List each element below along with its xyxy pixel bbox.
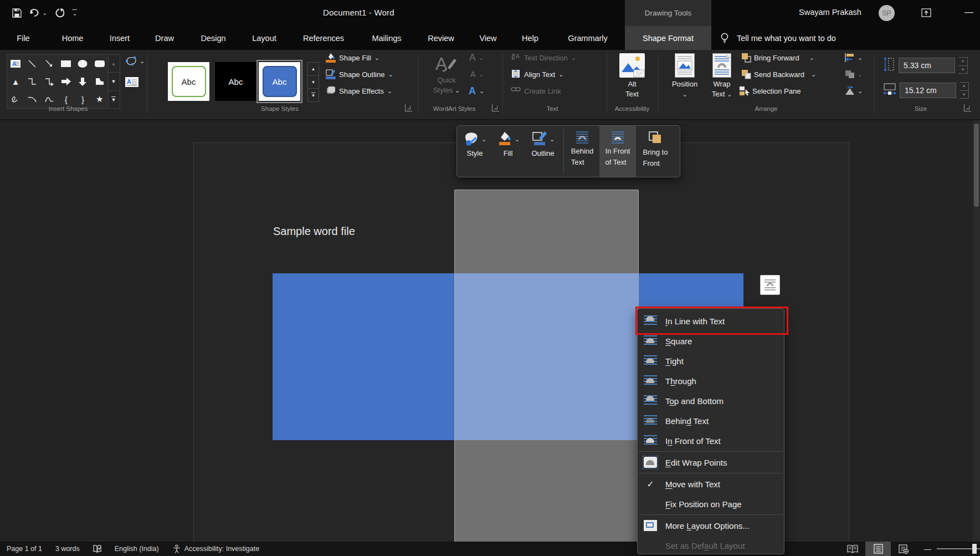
- style-scroll-up-icon[interactable]: ▲: [308, 63, 319, 75]
- menu-item-in-front-of-text[interactable]: In Front of Text: [638, 431, 784, 451]
- tab-shape-format[interactable]: Shape Format: [625, 26, 711, 50]
- menu-item-fix-position-on-page[interactable]: Fix Position on Page: [638, 494, 784, 514]
- textbox-shape-icon[interactable]: A: [7, 55, 24, 73]
- size-dialog-launcher-icon[interactable]: [964, 104, 971, 111]
- tab-review[interactable]: Review: [424, 26, 458, 50]
- zoom-slider[interactable]: —: [924, 545, 980, 553]
- tab-layout[interactable]: Layout: [249, 26, 280, 50]
- avatar[interactable]: SP: [879, 5, 895, 21]
- behind-text-button[interactable]: BehindText: [565, 126, 599, 177]
- vertical-scrollbar[interactable]: [973, 120, 980, 542]
- tab-mailings[interactable]: Mailings: [368, 26, 404, 50]
- document-body-text[interactable]: Sample word file: [273, 225, 355, 238]
- menu-item-square[interactable]: Square: [638, 331, 784, 351]
- tab-grammarly[interactable]: Grammarly: [565, 26, 611, 50]
- position-button[interactable]: Position⌄: [668, 53, 701, 99]
- scribble-shape-icon[interactable]: [7, 90, 24, 108]
- web-layout-button[interactable]: [891, 542, 916, 556]
- shape-width-input[interactable]: 15.12 cm: [900, 83, 956, 98]
- shape-style-3-selected[interactable]: Abc: [259, 62, 300, 101]
- tab-help[interactable]: Help: [519, 26, 542, 50]
- style-dropdown-icon[interactable]: ⌄: [481, 136, 486, 142]
- triangle-shape-icon[interactable]: ▲: [7, 73, 24, 90]
- shape-height-input[interactable]: 5.33 cm: [899, 58, 955, 73]
- shape-effects-button[interactable]: Shape Effects⌄: [326, 84, 392, 98]
- oval-shape-icon[interactable]: [74, 55, 91, 73]
- scrollbar-thumb[interactable]: [974, 124, 979, 207]
- edit-shape-button[interactable]: ⌄: [125, 55, 145, 67]
- rotate-objects-button[interactable]: ⌄: [844, 84, 863, 98]
- bring-to-front-button[interactable]: Bring toFront: [636, 126, 675, 177]
- shape-gallery-scrollbar[interactable]: ▲ ▼ ▼: [107, 54, 120, 109]
- tab-design[interactable]: Design: [197, 26, 229, 50]
- selected-text-box-shape[interactable]: [454, 190, 639, 543]
- alt-text-button[interactable]: AltText: [614, 53, 650, 99]
- outline-button[interactable]: ⌄ Outline: [524, 126, 562, 177]
- undo-dropdown-icon[interactable]: ⌄: [42, 10, 47, 16]
- wrap-text-button[interactable]: WrapText ⌄: [705, 53, 739, 99]
- arc-shape-icon[interactable]: [24, 90, 40, 108]
- undo-button[interactable]: [29, 8, 40, 17]
- gallery-scroll-down-icon[interactable]: ▼: [107, 72, 120, 90]
- style-button[interactable]: ⌄ Style: [457, 126, 492, 177]
- style-more-icon[interactable]: ▼: [308, 88, 319, 101]
- elbow-connector-icon[interactable]: [24, 73, 40, 90]
- arrow-shape-icon[interactable]: [41, 55, 58, 73]
- ribbon-display-options-icon[interactable]: [920, 7, 933, 19]
- zoom-track[interactable]: [937, 548, 980, 549]
- gallery-more-icon[interactable]: ▼: [107, 90, 120, 108]
- menu-item-in-line-with-text[interactable]: In Line with Text: [638, 311, 784, 331]
- shape-fill-button[interactable]: Shape Fill⌄: [326, 50, 379, 65]
- tab-home[interactable]: Home: [59, 26, 87, 50]
- tab-view[interactable]: View: [476, 26, 500, 50]
- page-indicator[interactable]: Page 1 of 1: [0, 542, 49, 556]
- in-front-of-text-button[interactable]: In Frontof Text: [599, 126, 636, 177]
- menu-item-top-and-bottom[interactable]: Top and Bottom: [638, 391, 784, 411]
- fill-dropdown-icon[interactable]: ⌄: [515, 136, 520, 142]
- elbow-arrow-connector-icon[interactable]: [41, 73, 58, 90]
- accessibility-status[interactable]: Accessibility: Investigate: [166, 542, 266, 556]
- rectangle-shape-icon[interactable]: [58, 55, 74, 73]
- outline-dropdown-icon[interactable]: ⌄: [550, 136, 555, 142]
- menu-item-through[interactable]: Through: [638, 371, 784, 391]
- right-arrow-shape-icon[interactable]: [58, 73, 74, 90]
- menu-item-move-with-text[interactable]: ✓ Move with Text: [638, 474, 784, 494]
- zoom-thumb[interactable]: [972, 544, 977, 554]
- shape-style-1[interactable]: Abc: [168, 62, 209, 101]
- gallery-scroll-up-icon[interactable]: ▲: [107, 55, 120, 72]
- customize-qat-icon[interactable]: ⌄: [72, 9, 77, 17]
- fill-button[interactable]: ⌄ Fill: [492, 126, 524, 177]
- tab-references[interactable]: References: [300, 26, 347, 50]
- send-backward-button[interactable]: Send Backward⌄: [741, 67, 816, 81]
- selection-pane-button[interactable]: Selection Pane: [739, 84, 801, 98]
- menu-item-edit-wrap-points[interactable]: Edit Wrap Points: [638, 452, 784, 472]
- word-count[interactable]: 3 words: [49, 542, 86, 556]
- star-shape-icon[interactable]: ★: [91, 90, 108, 108]
- language-indicator[interactable]: English (India): [108, 542, 166, 556]
- menu-item-tight[interactable]: Tight: [638, 351, 784, 371]
- minimize-button[interactable]: —: [962, 6, 976, 19]
- edit-shape-dropdown-icon[interactable]: ⌄: [140, 58, 145, 64]
- height-spinner[interactable]: ˄ ˅: [958, 57, 968, 74]
- corner-shape-icon[interactable]: [91, 73, 108, 90]
- style-gallery-scrollbar[interactable]: ▲ ▼ ▼: [307, 62, 319, 102]
- align-text-button[interactable]: Align Text⌄: [511, 67, 563, 81]
- tab-insert[interactable]: Insert: [106, 26, 133, 50]
- shape-styles-dialog-launcher-icon[interactable]: [405, 104, 412, 111]
- shape-gallery[interactable]: A ▲ { } ★: [7, 54, 109, 109]
- menu-item-more-layout-options[interactable]: More Layout Options...: [638, 516, 784, 535]
- tab-file[interactable]: File: [13, 26, 33, 50]
- shape-outline-button[interactable]: Shape Outline⌄: [326, 67, 393, 81]
- tell-me-box[interactable]: Tell me what you want to do: [720, 26, 836, 50]
- proofing-status-icon[interactable]: [86, 542, 108, 556]
- wordart-dialog-launcher-icon[interactable]: [492, 104, 499, 111]
- width-spinner[interactable]: ˄ ˅: [960, 82, 969, 99]
- user-name[interactable]: Swayam Prakash: [799, 8, 861, 17]
- save-button[interactable]: [12, 8, 22, 18]
- tab-draw[interactable]: Draw: [152, 26, 177, 50]
- down-arrow-shape-icon[interactable]: [74, 73, 91, 90]
- print-layout-button[interactable]: [865, 542, 891, 556]
- rounded-rectangle-shape-icon[interactable]: [91, 55, 108, 73]
- read-mode-button[interactable]: [840, 542, 865, 556]
- style-scroll-down-icon[interactable]: ▼: [308, 75, 319, 89]
